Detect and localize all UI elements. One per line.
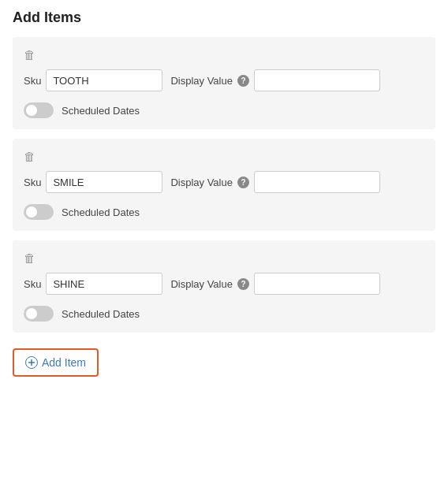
schedule-toggle-1[interactable] xyxy=(24,102,54,118)
toggle-slider-1 xyxy=(24,102,54,118)
display-value-group-2: Display Value ? xyxy=(170,171,424,193)
item-fields-row-3: Sku Display Value ? xyxy=(24,273,424,295)
page-title: Add Items xyxy=(13,9,435,26)
schedule-toggle-3[interactable] xyxy=(24,306,54,322)
display-value-group-3: Display Value ? xyxy=(170,273,424,295)
toggle-slider-2 xyxy=(24,204,54,220)
display-value-label-2: Display Value xyxy=(170,177,233,188)
delete-icon-3[interactable]: 🗑 xyxy=(24,251,424,265)
add-item-label: Add Item xyxy=(42,356,86,369)
schedule-row-1: Scheduled Dates xyxy=(24,102,424,118)
item-card-1: 🗑 Sku Display Value ? xyxy=(13,37,435,129)
add-item-button[interactable]: Add Item xyxy=(13,348,99,377)
item-fields-row-2: Sku Display Value ? xyxy=(24,171,424,193)
display-value-input-1[interactable] xyxy=(254,69,380,91)
sku-input-2[interactable] xyxy=(46,171,162,193)
delete-icon-1[interactable]: 🗑 xyxy=(24,48,424,61)
display-value-label-3: Display Value xyxy=(170,278,233,290)
plus-circle-icon xyxy=(25,356,38,369)
sku-label-2: Sku xyxy=(24,177,41,188)
sku-group-1: Sku xyxy=(24,69,162,91)
schedule-row-2: Scheduled Dates xyxy=(24,204,424,220)
sku-label-1: Sku xyxy=(24,75,41,87)
sku-group-3: Sku xyxy=(24,273,162,295)
schedule-label-1: Scheduled Dates xyxy=(62,105,140,117)
sku-input-3[interactable] xyxy=(46,273,162,295)
schedule-toggle-2[interactable] xyxy=(24,204,54,220)
schedule-label-3: Scheduled Dates xyxy=(62,308,140,320)
toggle-slider-3 xyxy=(24,306,54,322)
delete-icon-2[interactable]: 🗑 xyxy=(24,150,424,163)
item-card-2: 🗑 Sku Display Value ? xyxy=(13,139,435,231)
display-value-label-1: Display Value xyxy=(170,75,233,87)
items-container: 🗑 Sku Display Value ? xyxy=(13,37,435,333)
display-value-group-1: Display Value ? xyxy=(170,69,424,91)
schedule-row-3: Scheduled Dates xyxy=(24,306,424,322)
help-icon-1[interactable]: ? xyxy=(237,75,249,87)
sku-group-2: Sku xyxy=(24,171,162,193)
display-value-input-3[interactable] xyxy=(254,273,380,295)
help-icon-2[interactable]: ? xyxy=(237,177,249,188)
display-value-input-2[interactable] xyxy=(254,171,380,193)
item-card-3: 🗑 Sku Display Value ? xyxy=(13,240,435,333)
schedule-label-2: Scheduled Dates xyxy=(62,206,140,218)
help-icon-3[interactable]: ? xyxy=(237,278,249,290)
sku-input-1[interactable] xyxy=(46,69,162,91)
item-fields-row-1: Sku Display Value ? xyxy=(24,69,424,91)
sku-label-3: Sku xyxy=(24,278,41,290)
